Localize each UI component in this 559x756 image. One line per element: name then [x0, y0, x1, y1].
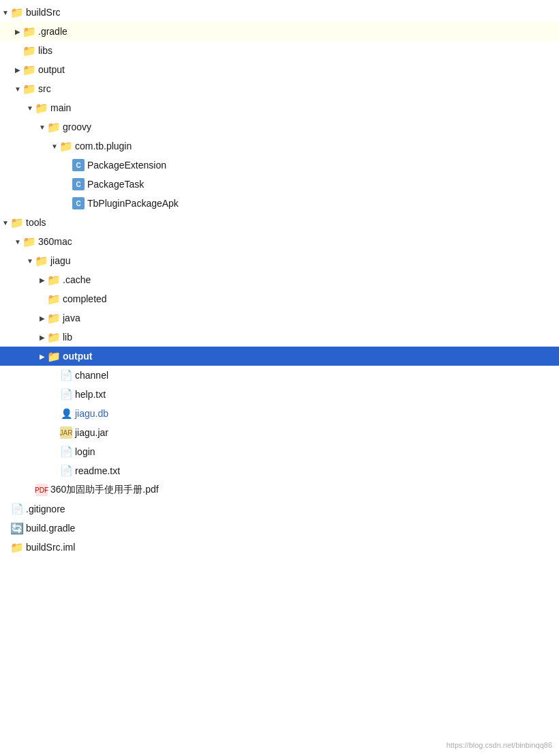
tree-item-tools[interactable]: 📁tools — [0, 213, 559, 232]
tree-item-main[interactable]: 📁main — [0, 98, 559, 117]
tree-item-360mac[interactable]: 📁360mac — [0, 232, 559, 251]
tree-item-groovy[interactable]: 📁groovy — [0, 117, 559, 136]
item-label: .cache — [63, 274, 91, 285]
tree-item-buildsrciml[interactable]: 📁buildSrc.iml — [0, 538, 559, 557]
arrow-collapsed[interactable] — [37, 312, 48, 323]
tree-item-helptxt[interactable]: 📄help.txt — [0, 385, 559, 404]
item-label: .gitignore — [26, 504, 65, 514]
tree-item-jiagu[interactable]: 📁jiagu — [0, 251, 559, 270]
tree-item-src[interactable]: 📁src — [0, 79, 559, 98]
file-db-icon: 👤 — [60, 407, 72, 420]
folder-light-icon: 📁 — [60, 140, 72, 152]
tree-item-gitignore[interactable]: 📄.gitignore — [0, 499, 559, 519]
item-label: 360mac — [38, 236, 72, 247]
file-text-icon: 📄 — [60, 446, 72, 458]
arrow-leaf — [49, 446, 60, 457]
arrow-leaf — [61, 160, 72, 171]
item-label: readme.txt — [75, 465, 120, 476]
tree-item-login[interactable]: 📄login — [0, 442, 559, 461]
folder-gray-icon: 📁 — [23, 44, 35, 57]
arrow-expanded[interactable] — [0, 217, 11, 228]
file-text-icon: 📄 — [60, 369, 72, 381]
tree-item-pdf[interactable]: PDF360加固助手使用手册.pdf — [0, 480, 559, 499]
item-label: output — [38, 64, 65, 75]
tree-item-packagetask[interactable]: CPackageTask — [0, 175, 559, 194]
item-label: completed — [63, 293, 107, 304]
arrow-leaf — [0, 542, 11, 553]
class-icon: C — [72, 178, 85, 190]
tree-item-output2[interactable]: 📁output — [0, 347, 559, 366]
arrow-leaf — [0, 504, 11, 514]
folder-gray-icon: 📁 — [48, 350, 60, 362]
arrow-leaf — [49, 408, 60, 419]
file-text-icon: 📄 — [60, 388, 72, 401]
folder-orange-sm-icon: 📁 — [11, 541, 23, 553]
item-label: build.gradle — [26, 523, 75, 534]
folder-gray-icon: 📁 — [48, 312, 60, 324]
folder-blue-icon: 📁 — [48, 121, 60, 133]
tree-item-jiagujar[interactable]: JARjiagu.jar — [0, 423, 559, 442]
item-label: PackageExtension — [87, 160, 166, 171]
tree-item-completed[interactable]: 📁completed — [0, 289, 559, 308]
arrow-leaf — [61, 179, 72, 190]
tree-item-cache[interactable]: 📁.cache — [0, 270, 559, 289]
item-label: src — [38, 83, 51, 94]
item-label: 360加固助手使用手册.pdf — [50, 484, 159, 496]
class-icon: C — [72, 197, 85, 209]
tree-item-packageext[interactable]: CPackageExtension — [0, 156, 559, 175]
item-label: .gradle — [38, 26, 67, 37]
arrow-collapsed[interactable] — [37, 351, 48, 362]
class-icon: C — [72, 159, 85, 171]
item-label: TbPluginPackageApk — [87, 198, 179, 209]
item-label: buildSrc — [26, 7, 61, 18]
folder-gray-icon: 📁 — [23, 83, 35, 95]
tree-item-channel[interactable]: 📄channel — [0, 366, 559, 385]
tree-item-java[interactable]: 📁java — [0, 308, 559, 328]
tree-item-buildSrc[interactable]: 📁buildSrc — [0, 3, 559, 22]
tree-item-jiagudb[interactable]: 👤jiagu.db — [0, 404, 559, 423]
item-label: channel — [75, 370, 108, 381]
item-label: lib — [63, 332, 72, 343]
arrow-leaf — [49, 370, 60, 381]
tree-item-lib[interactable]: 📁lib — [0, 328, 559, 347]
folder-gray-icon: 📁 — [48, 331, 60, 343]
folder-orange-icon: 📁 — [23, 25, 35, 38]
folder-gray-icon: 📁 — [23, 63, 35, 76]
item-label: tools — [26, 217, 46, 228]
tree-item-output1[interactable]: 📁output — [0, 60, 559, 79]
item-label: output — [63, 351, 93, 362]
arrow-collapsed[interactable] — [37, 274, 48, 285]
file-jar-icon: JAR — [60, 426, 72, 439]
tree-item-gradle[interactable]: 📁.gradle — [0, 22, 559, 41]
file-text-icon: 📄 — [11, 503, 23, 515]
arrow-expanded[interactable] — [25, 102, 35, 113]
item-label: login — [75, 446, 95, 457]
arrow-expanded[interactable] — [12, 83, 23, 94]
arrow-expanded[interactable] — [49, 141, 60, 151]
watermark: https://blog.csdn.net/binbinqq86 — [447, 741, 552, 749]
arrow-leaf — [0, 523, 11, 534]
folder-gray-icon: 📁 — [48, 274, 60, 286]
arrow-leaf — [49, 389, 60, 400]
item-label: groovy — [63, 121, 91, 132]
arrow-expanded[interactable] — [25, 255, 35, 266]
tree-item-libs[interactable]: 📁libs — [0, 41, 559, 60]
item-label: jiagu.db — [75, 408, 108, 419]
tree-item-readmetxt[interactable]: 📄readme.txt — [0, 461, 559, 480]
tree-item-complugin[interactable]: 📁com.tb.plugin — [0, 136, 559, 156]
file-text-icon: 📄 — [60, 465, 72, 477]
arrow-expanded[interactable] — [37, 121, 48, 132]
tree-item-tbplugin[interactable]: CTbPluginPackageApk — [0, 194, 559, 213]
arrow-expanded[interactable] — [12, 236, 23, 247]
folder-gray-icon: 📁 — [11, 216, 23, 229]
arrow-collapsed[interactable] — [12, 64, 23, 75]
arrow-leaf — [25, 484, 35, 495]
item-label: buildSrc.iml — [26, 542, 75, 553]
folder-gray-icon: 📁 — [48, 293, 60, 305]
arrow-expanded[interactable] — [0, 7, 11, 18]
tree-item-buildgradle[interactable]: 🔄build.gradle — [0, 519, 559, 538]
arrow-leaf — [37, 293, 48, 304]
arrow-collapsed[interactable] — [37, 332, 48, 343]
arrow-collapsed[interactable] — [12, 26, 23, 37]
item-label: jiagu.jar — [75, 427, 108, 438]
